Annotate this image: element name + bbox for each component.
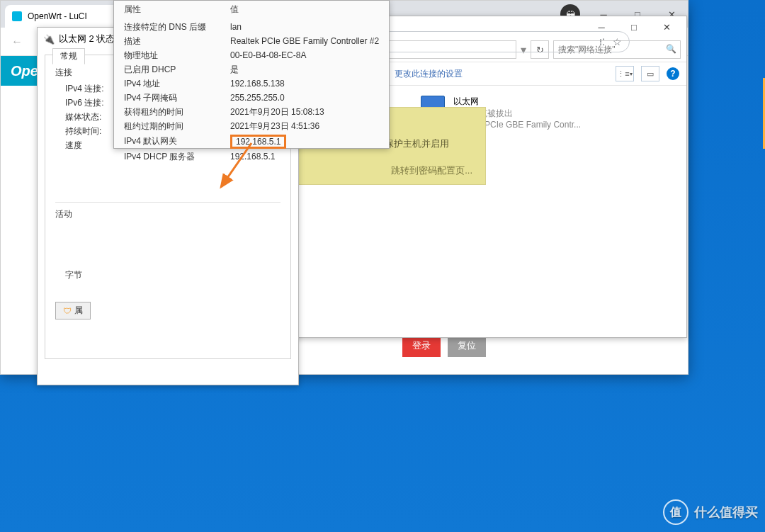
- table-row: IPv4 子网掩码255.255.255.0: [114, 91, 389, 105]
- row-ipv6: IPv6 连接:: [65, 97, 104, 109]
- row-ipv4: IPv4 连接:: [65, 83, 104, 95]
- network-details-dialog: 属性值 连接特定的 DNS 后缀lan 描述Realtek PCIe GBE F…: [113, 0, 390, 149]
- row-media: 媒体状态:: [65, 111, 101, 123]
- table-row: 已启用 DHCP是: [114, 62, 389, 77]
- table-row: IPv4 地址192.168.5.138: [114, 77, 389, 91]
- tab-general[interactable]: 常规: [52, 48, 85, 64]
- table-row: 物理地址00-E0-B4-08-EC-8A: [114, 48, 389, 62]
- goto-password-link[interactable]: 跳转到密码配置页...: [391, 164, 472, 177]
- view-large-icon[interactable]: ⋮≡▾: [616, 66, 634, 81]
- view-details-icon[interactable]: ▭: [641, 66, 659, 81]
- search-icon: 🔍: [666, 44, 676, 54]
- toolbar-change-settings[interactable]: 更改此连接的设置: [395, 68, 463, 80]
- shield-icon: 🛡: [63, 306, 72, 316]
- watermark-icon: 值: [663, 499, 688, 525]
- table-row: 连接特定的 DNS 后缀lan: [114, 20, 389, 34]
- row-bytes: 字节: [65, 269, 82, 281]
- table-row: 获得租约的时间2021年9月20日 15:08:13: [114, 105, 389, 119]
- table-row: 描述Realtek PCIe GBE Family Controller #2: [114, 34, 389, 48]
- help-icon[interactable]: ?: [667, 67, 679, 80]
- table-row: 租约过期的时间2021年9月23日 4:51:36: [114, 119, 389, 133]
- close-button[interactable]: ✕: [651, 17, 682, 37]
- bookmark-icon[interactable]: ☆: [613, 36, 622, 47]
- section-activity: 活动: [55, 208, 280, 220]
- adapter-name: 以太网: [453, 96, 581, 108]
- ethernet-icon: 🔌: [43, 34, 55, 45]
- watermark: 值 什么值得买: [663, 499, 758, 525]
- tab-title: OpenWrt - LuCI: [28, 11, 87, 21]
- col-value: 值: [220, 1, 389, 20]
- qr-icon[interactable]: ⁞⁚: [599, 37, 605, 47]
- table-row: IPv4 默认网关192.168.5.1: [114, 133, 389, 149]
- table-row: IPv4 DHCP 服务器192.168.5.1: [114, 149, 389, 164]
- row-duration: 持续时间:: [65, 125, 101, 137]
- nav-back-button[interactable]: ←: [6, 31, 28, 52]
- favicon-icon: [12, 11, 22, 21]
- row-speed: 速度: [65, 140, 82, 152]
- col-property: 属性: [114, 1, 220, 20]
- gateway-highlight: 192.168.5.1: [230, 135, 286, 149]
- properties-button[interactable]: 🛡属: [55, 302, 91, 319]
- ethstat-title: 以太网 2 状态: [59, 33, 115, 45]
